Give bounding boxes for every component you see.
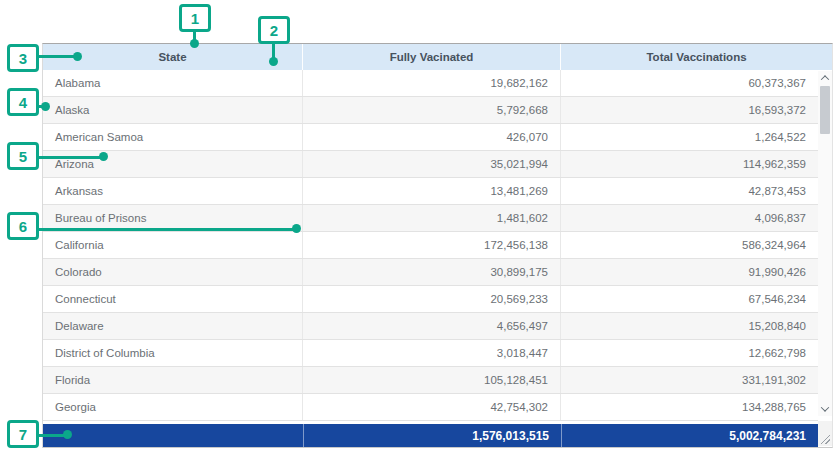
callout-6: 6 bbox=[7, 212, 39, 240]
table-row[interactable]: Alaska 5,792,668 16,593,372 bbox=[43, 97, 818, 124]
fully-vaccinated-cell: 30,899,175 bbox=[303, 259, 561, 285]
fully-vaccinated-cell: 42,754,302 bbox=[303, 394, 561, 420]
chevron-up-icon bbox=[821, 75, 829, 83]
fully-vaccinated-cell: 13,481,269 bbox=[303, 178, 561, 204]
state-cell: American Samoa bbox=[43, 124, 303, 150]
column-header-state[interactable]: State bbox=[43, 44, 303, 70]
callout-7-dot bbox=[63, 430, 72, 439]
column-header-fully-vaccinated[interactable]: Fully Vacinated bbox=[303, 44, 561, 70]
callout-2: 2 bbox=[258, 16, 290, 44]
fully-vaccinated-cell: 1,481,602 bbox=[303, 205, 561, 231]
table-row[interactable]: Florida 105,128,451 331,191,302 bbox=[43, 367, 818, 394]
state-cell: Alaska bbox=[43, 97, 303, 123]
state-cell: Colorado bbox=[43, 259, 303, 285]
fully-vaccinated-cell: 5,792,668 bbox=[303, 97, 561, 123]
table-body: Alabama 19,682,162 60,373,367 Alaska 5,7… bbox=[43, 70, 818, 421]
state-cell: District of Columbia bbox=[43, 340, 303, 366]
callout-2-dot bbox=[269, 57, 278, 66]
scrollbar-thumb[interactable] bbox=[820, 86, 830, 134]
callout-6-dot bbox=[292, 224, 301, 233]
callout-3: 3 bbox=[7, 44, 39, 72]
total-vaccinations-cell: 586,324,964 bbox=[561, 232, 818, 258]
fully-vaccinated-cell: 172,456,138 bbox=[303, 232, 561, 258]
data-table-screenshot: State Fully Vacinated Total Vaccinations… bbox=[0, 0, 833, 453]
state-cell: Connecticut bbox=[43, 286, 303, 312]
total-vaccinations-cell: 4,096,837 bbox=[561, 205, 818, 231]
fully-vaccinated-cell: 19,682,162 bbox=[303, 70, 561, 96]
state-cell: Arkansas bbox=[43, 178, 303, 204]
fully-vaccinated-cell: 3,018,447 bbox=[303, 340, 561, 366]
table-row[interactable]: District of Columbia 3,018,447 12,662,79… bbox=[43, 340, 818, 367]
state-cell: Arizona bbox=[43, 151, 303, 177]
table-row[interactable]: Alabama 19,682,162 60,373,367 bbox=[43, 70, 818, 97]
total-vaccinations-cell: 60,373,367 bbox=[561, 70, 818, 96]
scroll-down-button[interactable] bbox=[818, 402, 832, 416]
total-vaccinations-cell: 16,593,372 bbox=[561, 97, 818, 123]
callout-3-dot bbox=[73, 52, 82, 61]
fully-vaccinated-cell: 426,070 bbox=[303, 124, 561, 150]
callout-7: 7 bbox=[7, 420, 39, 448]
total-vaccinations-cell: 42,873,453 bbox=[561, 178, 818, 204]
table-row[interactable]: Connecticut 20,569,233 67,546,234 bbox=[43, 286, 818, 313]
state-cell: Delaware bbox=[43, 313, 303, 339]
chevron-down-icon bbox=[821, 403, 829, 411]
totals-state-cell bbox=[43, 424, 303, 447]
callout-6-connector bbox=[39, 228, 294, 231]
callout-7-connector bbox=[39, 434, 65, 437]
scroll-up-button[interactable] bbox=[818, 71, 832, 85]
table-row[interactable]: Arkansas 13,481,269 42,873,453 bbox=[43, 178, 818, 205]
fully-vaccinated-cell: 35,021,994 bbox=[303, 151, 561, 177]
total-vaccinations-cell: 114,962,359 bbox=[561, 151, 818, 177]
fully-vaccinated-cell: 105,128,451 bbox=[303, 367, 561, 393]
callout-1-dot bbox=[190, 39, 199, 48]
resize-grip-icon[interactable] bbox=[821, 435, 830, 444]
table-totals-row: 1,576,013,515 5,002,784,231 bbox=[43, 424, 818, 447]
table-header-row: State Fully Vacinated Total Vaccinations bbox=[43, 44, 832, 70]
state-cell: Florida bbox=[43, 367, 303, 393]
state-cell: California bbox=[43, 232, 303, 258]
table-row[interactable]: Colorado 30,899,175 91,990,426 bbox=[43, 259, 818, 286]
table-row[interactable]: Delaware 4,656,497 15,208,840 bbox=[43, 313, 818, 340]
callout-5: 5 bbox=[7, 142, 39, 170]
total-vaccinations-cell: 15,208,840 bbox=[561, 313, 818, 339]
state-cell: Georgia bbox=[43, 394, 303, 420]
column-header-total-vaccinations[interactable]: Total Vaccinations bbox=[561, 44, 832, 70]
callout-3-connector bbox=[39, 55, 75, 58]
totals-fully-vaccinated-cell: 1,576,013,515 bbox=[303, 424, 561, 447]
scrollbar-corner bbox=[818, 421, 832, 446]
callout-4: 4 bbox=[7, 88, 39, 116]
total-vaccinations-cell: 12,662,798 bbox=[561, 340, 818, 366]
totals-total-vaccinations-cell: 5,002,784,231 bbox=[561, 424, 818, 447]
table-row[interactable]: Arizona 35,021,994 114,962,359 bbox=[43, 151, 818, 178]
table-row[interactable]: American Samoa 426,070 1,264,522 bbox=[43, 124, 818, 151]
total-vaccinations-cell: 67,546,234 bbox=[561, 286, 818, 312]
callout-5-dot bbox=[99, 152, 108, 161]
fully-vaccinated-cell: 20,569,233 bbox=[303, 286, 561, 312]
total-vaccinations-cell: 1,264,522 bbox=[561, 124, 818, 150]
total-vaccinations-cell: 91,990,426 bbox=[561, 259, 818, 285]
callout-5-connector bbox=[39, 156, 101, 159]
list-table: State Fully Vacinated Total Vaccinations… bbox=[42, 43, 833, 448]
fully-vaccinated-cell: 4,656,497 bbox=[303, 313, 561, 339]
total-vaccinations-cell: 134,288,765 bbox=[561, 394, 818, 420]
vertical-scrollbar[interactable] bbox=[818, 71, 832, 416]
table-row[interactable]: California 172,456,138 586,324,964 bbox=[43, 232, 818, 259]
callout-4-dot bbox=[41, 102, 50, 111]
callout-1: 1 bbox=[179, 4, 211, 32]
state-cell: Alabama bbox=[43, 70, 303, 96]
table-row[interactable]: Georgia 42,754,302 134,288,765 bbox=[43, 394, 818, 421]
total-vaccinations-cell: 331,191,302 bbox=[561, 367, 818, 393]
